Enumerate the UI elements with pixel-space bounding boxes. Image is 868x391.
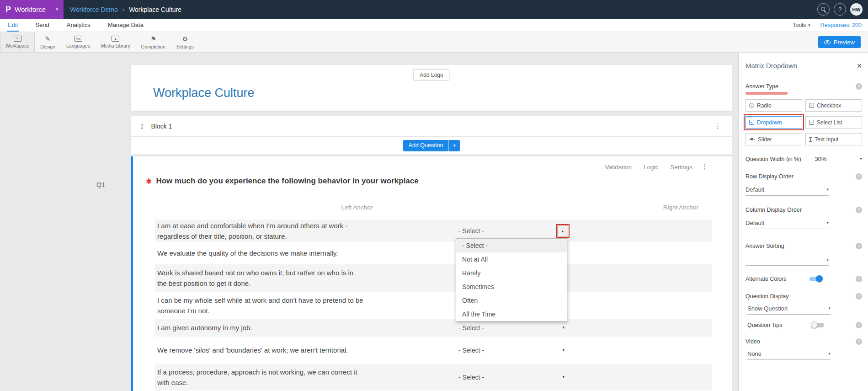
chevron-down-icon: ▾ [453,144,456,148]
search-button[interactable] [817,3,830,16]
row-5-select[interactable]: - Select - ▾ [458,324,568,332]
row-1-select-open[interactable]: - Select - ▴ [458,225,568,236]
logic-link[interactable]: Logic [644,164,658,171]
collapse-block-icon[interactable]: ▾▴ [141,124,143,129]
question-display-select[interactable]: Show Question ▾ [747,305,831,315]
row-6-select[interactable]: - Select - ▾ [458,347,568,354]
right-anchor-label: Right Anchor [663,204,698,211]
help-icon[interactable]: ? [856,173,862,180]
chevron-down-icon: ▾ [562,375,564,379]
question-kebab-menu-icon[interactable]: ⋮ [701,162,708,171]
answer-type-radio[interactable]: ✓ Radio [746,99,802,112]
select-list-icon: ≡ [809,120,814,125]
dropdown-option-sometimes[interactable]: Sometimes [456,280,567,294]
help-icon[interactable]: ? [856,338,862,345]
question-mark-icon: ? [838,6,841,13]
menu-item-edit[interactable]: Edit [7,19,19,32]
add-question-button[interactable]: Add Question [403,140,449,151]
matrix-row-7: If a process, procedure, approach is not… [155,364,712,391]
add-logo-button[interactable]: Add Logo [413,69,449,81]
menu-item-analytics[interactable]: Analytics [66,19,91,32]
answer-sorting-select[interactable]: ▾ [746,257,829,266]
dropdown-option-rarely[interactable]: Rarely [456,266,567,280]
row-7-select[interactable]: - Select - ▾ [458,374,568,381]
matrix-row-2: We evaluate the quality of the decisions… [155,242,712,264]
block-card: ▾▴ Block 1 ⋮ Add Question ▾ [131,116,732,155]
chevron-down-icon: ▾ [808,23,810,27]
help-icon[interactable]: ? [856,276,862,282]
tools-menu[interactable]: Tools▾ [793,22,810,28]
chevron-down-icon: ▾ [826,187,829,192]
question-title[interactable]: How much do you experience the following… [156,177,418,186]
chevron-down-icon: ▾ [828,306,831,311]
text-input-icon: T [809,137,812,142]
question-tips-toggle[interactable] [811,322,824,328]
matrix-row-3: Work is shared based not on who owns it,… [155,264,712,292]
matrix-row-4: I can be my whole self while at work and… [155,292,712,319]
answer-type-grid: ✓ Radio ✓ Checkbox ▾ Dropdown ≡ Select L… [746,99,862,145]
settings-link[interactable]: Settings [670,164,692,171]
tool-design[interactable]: ✎ Design [35,32,61,52]
menu-item-send[interactable]: Send [34,19,50,32]
menu-item-manage-data[interactable]: Manage Data [107,19,144,32]
help-icon[interactable]: ? [856,83,862,90]
help-icon[interactable]: ? [856,243,862,249]
alternate-colors-label: Alternate Colors [746,276,809,282]
search-icon [820,6,826,12]
question-width-row: Question Width (in %) 30% ▾ [746,155,862,162]
checkbox-icon: ✓ [809,103,814,108]
tool-workspace[interactable]: ≡ Workspace [0,32,35,52]
survey-header-card: Add Logo Workplace Culture [131,65,732,111]
help-icon[interactable]: ? [856,293,862,300]
matrix-rows: I am at ease and comfortable when I'm ar… [155,220,712,391]
chevron-down-icon: ▾ [826,258,829,262]
add-question-dropdown-button[interactable]: ▾ [448,140,460,151]
preview-button[interactable]: Preview [818,36,861,48]
breadcrumb-link-survey[interactable]: Workforce Demo [70,6,118,13]
product-menu-button[interactable]: P Workforce ▾ [0,0,64,19]
answer-type-slider[interactable]: Slider [746,133,802,145]
chevron-down-icon: ▾ [562,348,564,352]
alternate-colors-toggle[interactable] [809,276,822,282]
dropdown-option-not-at-all[interactable]: Not at All [456,252,567,266]
video-select[interactable]: None ▾ [747,350,831,360]
workspace-icon: ≡ [14,36,21,42]
question-display-label: Question Display [746,293,789,300]
close-icon[interactable]: ✕ [857,62,862,70]
column-display-order-select[interactable]: Default ▾ [746,220,829,229]
help-icon[interactable]: ? [856,322,862,328]
top-bar: P Workforce ▾ Workforce Demo › Workplace… [0,0,868,19]
question-number: Q1 [96,181,105,188]
tool-languages[interactable]: Aa Languages [61,32,96,52]
chevron-down-icon: ▾ [826,221,829,225]
tool-media-library[interactable]: ▴ Media Library [96,32,136,52]
avatar[interactable]: HW [850,3,863,16]
question-card: Q1 Validation Logic Settings ⋮ ✱ How muc… [131,156,732,391]
answer-type-dropdown[interactable]: ▾ Dropdown [746,116,802,129]
survey-canvas: Add Logo Workplace Culture ▾▴ Block 1 ⋮ … [0,53,739,391]
question-actions: Validation Logic Settings [605,164,692,171]
dropdown-option-all-the-time[interactable]: All the Time [456,307,567,321]
dropdown-icon: ▾ [749,120,754,125]
tool-settings[interactable]: ⚙ Settings [171,32,199,52]
help-icon[interactable]: ? [856,207,862,213]
responses-count-link[interactable]: Responses: 200 [820,22,862,28]
topbar-actions: ? HW [817,3,868,16]
answer-type-select-list[interactable]: ≡ Select List [805,116,862,129]
tool-completion[interactable]: ⚑ Completion [136,32,171,52]
question-title-row: ✱ How much do you experience the followi… [146,177,419,186]
menubar-right: Tools▾ Responses: 200 [793,19,868,32]
chevron-down-icon[interactable]: ▾ [860,157,862,161]
answer-type-text-input[interactable]: T Text Input [805,133,862,145]
dropdown-option-select[interactable]: - Select - [456,239,567,252]
dropdown-option-often[interactable]: Often [456,294,567,307]
question-width-value[interactable]: 30% [815,155,827,162]
row-display-order-select[interactable]: Default ▾ [746,186,829,196]
validation-link[interactable]: Validation [605,164,632,171]
answer-type-checkbox[interactable]: ✓ Checkbox [805,99,862,112]
add-question-split-button: Add Question ▾ [403,140,460,151]
breadcrumb-separator-icon: › [122,6,124,13]
block-kebab-menu-icon[interactable]: ⋮ [714,122,722,130]
chevron-up-button[interactable]: ▴ [557,225,568,236]
help-button[interactable]: ? [834,3,846,16]
